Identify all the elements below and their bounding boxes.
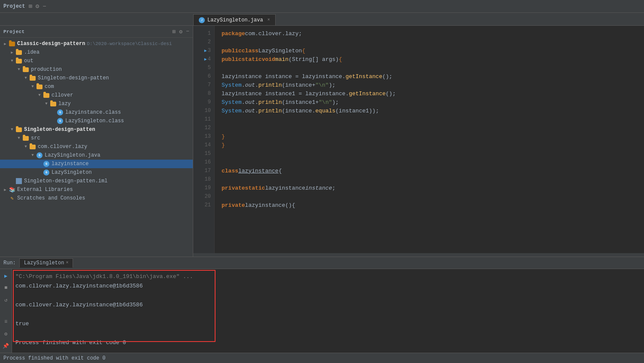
tree-item-out[interactable]: ▼out	[0, 57, 193, 65]
top-toolbar: Project ⊞ ⚙ −	[0, 0, 644, 13]
token: println	[258, 99, 282, 106]
tree-icon-folder	[29, 75, 36, 81]
line-num-5: 5	[193, 64, 214, 72]
line-num-10: 10	[193, 106, 214, 115]
tree-label-singleton-iml: Singleton-design-patten.iml	[24, 178, 107, 184]
console-line-text: com.cllover.lazy.lazyinstance@1b6d3586	[15, 283, 143, 289]
tree-item-scratches[interactable]: ✎Scratches and Consoles	[0, 194, 193, 203]
sidebar-header-icons: ⊞ ⚙ −	[173, 28, 189, 35]
sidebar-gear-icon[interactable]: ⚙	[179, 28, 182, 35]
console-line-text: true	[15, 321, 29, 327]
token: out	[245, 99, 255, 106]
status-text: Process finished with exit code 0	[3, 355, 106, 361]
console-output[interactable]: "C:\Program Files\Java\jdk1.8.0_191\bin\…	[12, 269, 644, 353]
tree-item-lazy-1[interactable]: ▼lazy	[0, 100, 193, 108]
console-button[interactable]: ≡	[2, 318, 10, 326]
sidebar-minus-icon[interactable]: −	[186, 28, 189, 35]
tree-icon-folder	[15, 127, 22, 133]
tab-close-icon[interactable]: ×	[267, 18, 270, 22]
run-stop-button[interactable]: ■	[2, 284, 10, 292]
code-line-14: }	[215, 141, 644, 149]
token: "\n"	[319, 99, 332, 106]
tree-item-lazyinstance-selected[interactable]: Glazyinstance	[0, 160, 193, 168]
tree-icon-java: G	[57, 109, 64, 115]
tree-arrow-classic-design-pattern: ▶	[2, 42, 9, 46]
tree-item-src[interactable]: ▼src	[0, 134, 193, 142]
token: equals	[315, 108, 335, 114]
token: String	[292, 56, 312, 63]
tree-label-src: src	[31, 135, 40, 141]
code-line-12	[215, 124, 644, 132]
token: public	[222, 48, 242, 54]
tab-java-icon: J	[199, 17, 205, 23]
tree-icon-folder	[15, 58, 22, 64]
run-tab-label: LazySingleton	[24, 260, 64, 266]
tree-icon-java: G	[36, 152, 43, 158]
console-line	[15, 309, 641, 319]
token: private	[222, 185, 245, 191]
token: [] args)	[312, 56, 339, 63]
run-label: Run:	[3, 260, 16, 266]
tree-icon-folder	[22, 135, 29, 141]
settings-button[interactable]: ⚙	[2, 330, 10, 338]
pin-button[interactable]: 📌	[2, 342, 10, 350]
h-scrollbar[interactable]	[193, 253, 644, 257]
run-tab-close[interactable]: ×	[66, 260, 68, 265]
tree-icon-folder	[22, 67, 29, 73]
tree-item-singleton-iml[interactable]: Singleton-design-patten.iml	[0, 177, 193, 185]
tree-item-singleton-design-patten-1[interactable]: ▼Singleton-design-patten	[0, 74, 193, 82]
bottom-tab-bar: Run: LazySingleton ×	[0, 257, 644, 269]
tree-item-idea[interactable]: ▶.idea	[0, 48, 193, 57]
tree-label-lazyinstance-selected: lazyinstance	[52, 161, 88, 167]
tree-icon-java: G	[43, 161, 50, 167]
sidebar-header: Project ⊞ ⚙ −	[0, 26, 193, 38]
line-numbers: 12▶3▶456789101112131415161718192021	[193, 26, 215, 253]
code-line-13: }	[215, 132, 644, 141]
code-line-19: private static lazyinstance instance;	[215, 184, 644, 192]
tree-item-production[interactable]: ▼production	[0, 65, 193, 74]
line-num-19: 19	[193, 184, 214, 192]
tree-item-classic-design-pattern[interactable]: ▶Classic-design-patternD:\2020-workspace…	[0, 39, 193, 48]
line-num-15: 15	[193, 149, 214, 158]
tree-item-lazyinstance-class[interactable]: Glazyinstance.class	[0, 108, 193, 117]
token: (	[289, 56, 292, 63]
tree-label-external-libraries: External Libraries	[17, 187, 73, 193]
tree-item-lazysingleton-java[interactable]: ▼GLazySingleton.java	[0, 151, 193, 160]
tab-lazysingleton[interactable]: J LazySingleton.java ×	[193, 14, 276, 25]
token: }	[222, 133, 225, 140]
tree-item-external-libraries[interactable]: ▶📚External Libraries	[0, 185, 193, 194]
toolbar-layout-icon[interactable]: ⊞	[28, 3, 32, 10]
tree-icon-iml	[15, 178, 22, 184]
tree-item-com-cllover-lazy[interactable]: ▼com.cllover.lazy	[0, 142, 193, 151]
code-content[interactable]: package com.cllover.lazy;public class La…	[215, 26, 644, 253]
line-num-16: 16	[193, 158, 214, 166]
code-line-11	[215, 115, 644, 124]
status-bar: Process finished with exit code 0	[0, 353, 644, 363]
tree-item-com-1[interactable]: ▼com	[0, 82, 193, 91]
tree-item-singleton-design-patten-2[interactable]: ▼Singleton-design-patten	[0, 125, 193, 134]
token: ();	[386, 91, 395, 97]
token: println	[258, 108, 282, 114]
token: System	[222, 82, 242, 88]
tree-item-lazysingleton-class2[interactable]: GLazySingleton	[0, 168, 193, 177]
token: lazyinstance	[265, 185, 305, 191]
run-play-button[interactable]: ▶	[2, 272, 10, 280]
run-rerun-button[interactable]: ↺	[2, 296, 10, 304]
tree-label-singleton-design-patten-2: Singleton-design-patten	[24, 127, 95, 133]
token: lazyinstance(){	[245, 202, 295, 209]
token: lazyinstance instance1 = lazyinstance.	[222, 91, 349, 97]
token: package	[222, 30, 245, 37]
token: getInstance	[349, 91, 386, 97]
sidebar-layout-icon[interactable]: ⊞	[173, 28, 176, 35]
token: System	[222, 108, 242, 114]
tree-label-classic-design-pattern: Classic-design-pattern	[17, 41, 85, 47]
token: static	[245, 185, 265, 191]
token: (instance+	[282, 82, 315, 88]
tree-item-lazysingleton-class[interactable]: GLazySingleton.class	[0, 117, 193, 125]
tree-item-cllover-1[interactable]: ▼cllover	[0, 91, 193, 100]
run-tab[interactable]: LazySingleton ×	[19, 258, 73, 268]
line-num-11: 11	[193, 115, 214, 124]
console-line-text: com.cllover.lazy.lazyinstance@1b6d3586	[15, 302, 143, 308]
toolbar-gear-icon[interactable]: ⚙	[36, 3, 39, 10]
toolbar-minus-icon[interactable]: −	[43, 3, 46, 10]
